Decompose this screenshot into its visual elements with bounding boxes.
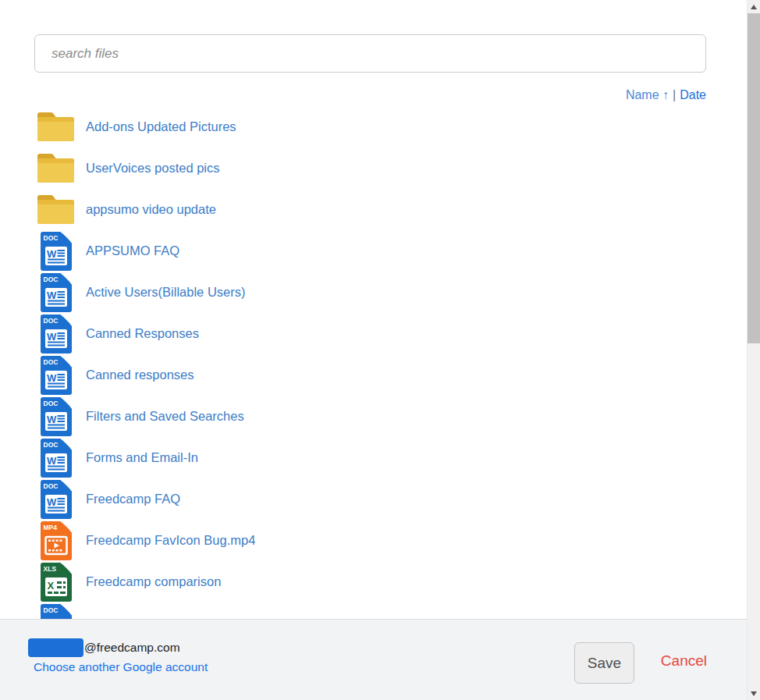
sort-name-label: Name: [626, 88, 659, 101]
email-domain: @freedcamp.com: [84, 641, 180, 655]
search-input[interactable]: [34, 34, 706, 73]
file-row[interactable]: XLS X Freedcamp comparison: [37, 561, 747, 602]
svg-text:W: W: [47, 496, 57, 508]
file-icon-wrap: [37, 112, 75, 142]
svg-text:W: W: [47, 290, 57, 301]
file-row[interactable]: DOC W Forms and Email-In: [37, 437, 747, 478]
folder-icon: [37, 112, 75, 142]
scroll-up-button[interactable]: [748, 0, 760, 13]
file-icon-wrap: XLS X: [37, 563, 75, 602]
file-name[interactable]: APPSUMO FAQ: [86, 243, 179, 258]
sort-bar: Name ↑|Date: [626, 87, 706, 103]
file-name[interactable]: Active Users(Billable Users): [86, 285, 245, 300]
file-row[interactable]: appsumo video update: [37, 189, 747, 230]
svg-text:DOC: DOC: [44, 358, 59, 366]
svg-text:MP4: MP4: [44, 524, 58, 531]
search-bar: [34, 34, 706, 73]
file-icon-wrap: DOC W: [37, 480, 75, 519]
file-icon-wrap: MP4: [37, 521, 75, 560]
choose-another-account-link[interactable]: Choose another Google account: [34, 660, 208, 674]
file-row[interactable]: DOC W Filters and Saved Searches: [37, 396, 747, 437]
file-row[interactable]: DOC W Freedcamp FAQ: [37, 478, 747, 520]
file-row[interactable]: DOC W Active Users(Billable Users): [37, 272, 747, 313]
scroll-down-button[interactable]: [748, 687, 760, 700]
file-icon-wrap: [37, 195, 75, 225]
xls-icon: XLS X: [41, 563, 72, 602]
sort-by-name-link[interactable]: Name ↑: [626, 88, 669, 101]
doc-icon: DOC W: [41, 356, 72, 395]
file-list: Add-ons Updated Pictures UserVoices post…: [0, 106, 747, 619]
file-name[interactable]: Add-ons Updated Pictures: [86, 119, 236, 134]
svg-text:DOC: DOC: [44, 441, 59, 449]
file-icon-wrap: DOC W: [37, 397, 75, 436]
file-row[interactable]: UserVoices posted pics: [37, 147, 747, 189]
svg-text:W: W: [47, 248, 57, 260]
mp4-icon: MP4: [41, 521, 72, 560]
file-row[interactable]: DOC W APPSUMO FAQ: [37, 230, 747, 272]
doc-icon: DOC W: [41, 397, 72, 436]
doc-icon: DOC W: [41, 604, 72, 620]
cancel-button[interactable]: Cancel: [661, 652, 707, 670]
file-row[interactable]: MP4 Freedcamp FavIcon Bug.mp4: [37, 520, 747, 561]
svg-text:W: W: [47, 331, 57, 343]
current-account: @freedcamp.com: [28, 638, 180, 657]
doc-icon: DOC W: [41, 439, 72, 478]
file-name[interactable]: UserVoices posted pics: [86, 161, 220, 176]
svg-text:W: W: [47, 372, 57, 384]
file-icon-wrap: DOC W: [37, 604, 75, 620]
file-icon-wrap: DOC W: [37, 232, 75, 271]
file-icon-wrap: DOC W: [37, 273, 75, 312]
file-icon-wrap: DOC W: [37, 314, 75, 354]
file-name[interactable]: Freedcamp FAQ: [86, 492, 180, 506]
file-name[interactable]: Freedcamp FavIcon Bug.mp4: [86, 533, 255, 548]
scroll-up-arrow-icon: [751, 5, 757, 9]
file-name[interactable]: Canned responses: [86, 368, 194, 382]
svg-text:DOC: DOC: [44, 317, 59, 325]
folder-icon: [37, 195, 75, 225]
file-icon-wrap: [37, 154, 75, 183]
scrollbar-thumb[interactable]: [748, 13, 760, 343]
svg-text:DOC: DOC: [44, 606, 59, 614]
file-row[interactable]: DOC W Canned Responses: [37, 313, 747, 354]
svg-text:X: X: [48, 580, 55, 592]
doc-icon: DOC W: [41, 314, 72, 354]
doc-icon: DOC W: [41, 232, 72, 271]
file-name[interactable]: Forms and Email-In: [86, 450, 198, 465]
file-name[interactable]: Freedcamp comparison: [86, 574, 221, 589]
doc-icon: DOC W: [41, 480, 72, 519]
svg-text:DOC: DOC: [44, 275, 59, 283]
svg-text:W: W: [47, 455, 57, 467]
file-row[interactable]: DOC W: [37, 602, 747, 619]
svg-text:W: W: [47, 414, 57, 425]
file-icon-wrap: DOC W: [37, 356, 75, 395]
vertical-scrollbar[interactable]: [747, 0, 760, 700]
file-name[interactable]: appsumo video update: [86, 202, 216, 217]
scroll-down-arrow-icon: [751, 691, 757, 696]
file-row[interactable]: DOC W Canned responses: [37, 354, 747, 396]
svg-text:DOC: DOC: [44, 482, 59, 490]
svg-text:DOC: DOC: [44, 400, 59, 407]
sort-separator: |: [673, 88, 676, 101]
folder-icon: [37, 154, 75, 183]
redacted-email-username: [28, 638, 83, 657]
sort-ascending-arrow-icon: ↑: [662, 88, 669, 101]
svg-text:XLS: XLS: [44, 565, 57, 573]
footer: @freedcamp.com Choose another Google acc…: [0, 619, 747, 700]
file-name[interactable]: Canned Responses: [86, 326, 199, 341]
file-name[interactable]: Filters and Saved Searches: [86, 409, 244, 424]
sort-by-date-link[interactable]: Date: [680, 88, 706, 101]
save-button[interactable]: Save: [574, 642, 634, 684]
svg-text:DOC: DOC: [44, 234, 59, 242]
file-icon-wrap: DOC W: [37, 439, 75, 478]
doc-icon: DOC W: [41, 273, 72, 312]
file-row[interactable]: Add-ons Updated Pictures: [37, 106, 747, 147]
